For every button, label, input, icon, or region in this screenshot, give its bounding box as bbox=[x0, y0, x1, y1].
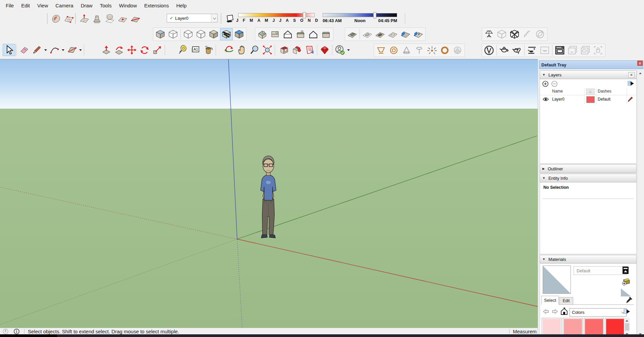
layers-detail-arrow-button[interactable] bbox=[628, 80, 634, 87]
layer-visible-eye-icon[interactable] bbox=[543, 97, 549, 102]
menu-window[interactable]: Window bbox=[115, 0, 141, 11]
layer-edit-pencil-icon[interactable] bbox=[628, 96, 633, 102]
smoove-button[interactable] bbox=[78, 12, 91, 24]
date-slider-handle[interactable] bbox=[303, 12, 306, 18]
materials-detail-arrow-button[interactable] bbox=[624, 308, 630, 315]
account-button[interactable] bbox=[333, 44, 346, 56]
3d-warehouse-button[interactable] bbox=[278, 44, 290, 56]
vray-asset-editor-button[interactable] bbox=[498, 44, 511, 56]
add-layer-button[interactable] bbox=[542, 80, 549, 87]
scale-tool-button[interactable] bbox=[151, 44, 164, 56]
style-hidden-line-button[interactable] bbox=[195, 28, 207, 40]
menu-help[interactable]: Help bbox=[172, 0, 190, 11]
view-front-button[interactable] bbox=[281, 28, 294, 40]
vray-frame-buffer-button[interactable] bbox=[553, 44, 566, 56]
sample-paint-eyedropper-button[interactable] bbox=[626, 296, 632, 304]
move-tool-button[interactable] bbox=[125, 44, 138, 56]
share-model-button[interactable] bbox=[290, 44, 303, 56]
menu-tools[interactable]: Tools bbox=[96, 0, 115, 11]
shape-cone-button[interactable] bbox=[400, 44, 413, 56]
zoom-tool-button[interactable] bbox=[248, 44, 261, 56]
shape-sun-button[interactable] bbox=[426, 44, 438, 56]
line-tool-dropdown[interactable] bbox=[43, 44, 48, 56]
cube-delete-button[interactable] bbox=[508, 28, 521, 40]
view-back-button[interactable] bbox=[307, 28, 320, 40]
style-monochrome-button[interactable] bbox=[207, 28, 220, 40]
section-display-fill-button[interactable] bbox=[386, 28, 399, 40]
tape-measure-tool-button[interactable] bbox=[176, 44, 189, 56]
select-tool-button[interactable] bbox=[3, 44, 15, 56]
materials-section-header[interactable]: ▼ Materials ✕ bbox=[540, 255, 637, 264]
vray-lock-button[interactable] bbox=[592, 44, 604, 56]
layer-color-swatch[interactable] bbox=[586, 96, 595, 103]
flip-edge-button[interactable] bbox=[129, 12, 142, 24]
remove-layer-button[interactable] bbox=[551, 80, 558, 87]
time-slider-handle[interactable] bbox=[373, 12, 376, 18]
section-display-planes-button[interactable] bbox=[361, 28, 374, 40]
layer-dashes-value[interactable]: Default bbox=[598, 97, 610, 102]
view-iso-button[interactable] bbox=[256, 28, 269, 40]
tab-select[interactable]: Select bbox=[541, 296, 559, 305]
line-tool-button[interactable] bbox=[31, 44, 43, 56]
presentation-easel-button[interactable] bbox=[483, 28, 495, 40]
vray-render-interactive-button[interactable] bbox=[511, 44, 523, 56]
section-fill-a-button[interactable] bbox=[399, 28, 412, 40]
toolbar-grip[interactable] bbox=[47, 13, 49, 23]
push-pull-tool-button[interactable] bbox=[100, 44, 113, 56]
shape-pin-button[interactable] bbox=[413, 44, 426, 56]
tray-title-bar[interactable]: Default Tray bbox=[539, 60, 643, 69]
scroll-up-arrow[interactable] bbox=[638, 70, 643, 76]
back-arrow-button[interactable] bbox=[543, 308, 549, 315]
scrollbar-thumb[interactable] bbox=[625, 323, 629, 331]
scroll-up-arrow[interactable] bbox=[624, 318, 630, 324]
vray-render-button[interactable] bbox=[526, 44, 538, 56]
tray-close-button[interactable]: x bbox=[637, 61, 643, 66]
toolbar-grip[interactable] bbox=[221, 13, 222, 23]
stamp-button[interactable] bbox=[91, 12, 103, 24]
zoom-extents-button[interactable] bbox=[261, 44, 274, 56]
style-shaded-button[interactable] bbox=[154, 28, 167, 40]
rotate-tool-button[interactable] bbox=[138, 44, 151, 56]
layer-combo-dropdown-button[interactable] bbox=[211, 14, 217, 22]
shadow-date-slider[interactable]: JFMAMJJASOND bbox=[238, 13, 318, 23]
layer-combo[interactable]: ✓ Layer0 bbox=[167, 14, 218, 22]
materials-collection-combo[interactable]: Colors bbox=[570, 308, 627, 317]
layers-close-button[interactable]: ✕ bbox=[628, 72, 635, 78]
section-plane-button[interactable] bbox=[346, 28, 359, 40]
time-slider-rail[interactable] bbox=[323, 13, 397, 17]
column-dashes[interactable]: Dashes bbox=[598, 89, 611, 94]
view-left-button[interactable] bbox=[320, 28, 332, 40]
orbit-tool-button[interactable] bbox=[223, 44, 235, 56]
shape-rings-button[interactable] bbox=[387, 44, 400, 56]
forward-arrow-button[interactable] bbox=[551, 308, 558, 315]
drawing-viewport[interactable] bbox=[0, 59, 538, 328]
share-component-button[interactable] bbox=[303, 44, 316, 56]
menu-file[interactable]: File bbox=[2, 0, 17, 11]
eraser-tool-button[interactable] bbox=[18, 44, 31, 56]
shadow-time-slider[interactable]: 06:43 AM Noon 04:45 PM bbox=[323, 13, 397, 23]
date-slider-rail[interactable] bbox=[238, 13, 315, 17]
scale-figure-person[interactable] bbox=[252, 147, 284, 241]
view-right-button[interactable] bbox=[294, 28, 307, 40]
menu-draw[interactable]: Draw bbox=[77, 0, 96, 11]
shape-torus-button[interactable] bbox=[438, 44, 451, 56]
toolbar-grip[interactable] bbox=[75, 13, 77, 23]
material-thumbnail-small[interactable] bbox=[621, 288, 631, 297]
material-name-input[interactable] bbox=[574, 266, 627, 275]
style-xray-button[interactable] bbox=[220, 28, 233, 40]
info-icon[interactable] bbox=[14, 329, 19, 334]
section-fill-b-button[interactable] bbox=[412, 28, 425, 40]
display-secondary-pane-button[interactable] bbox=[622, 266, 629, 274]
entity-info-section-header[interactable]: ▼ Entity Info ✕ bbox=[540, 174, 637, 182]
vray-cloud-button[interactable] bbox=[579, 44, 592, 56]
extension-warehouse-button[interactable] bbox=[318, 44, 331, 56]
layers-section-header[interactable]: ▼ Layers ✕ bbox=[540, 70, 637, 79]
follow-me-tool-button[interactable] bbox=[113, 44, 125, 56]
spring-button[interactable] bbox=[521, 28, 534, 40]
rectangle-tool-dropdown[interactable] bbox=[78, 44, 83, 56]
section-display-cuts-button[interactable] bbox=[374, 28, 386, 40]
outliner-section-header[interactable]: ▶ Outliner ✕ bbox=[540, 164, 637, 173]
in-model-home-button[interactable] bbox=[560, 307, 568, 316]
add-detail-button[interactable] bbox=[116, 12, 129, 24]
vray-batch-render-button[interactable] bbox=[566, 44, 579, 56]
